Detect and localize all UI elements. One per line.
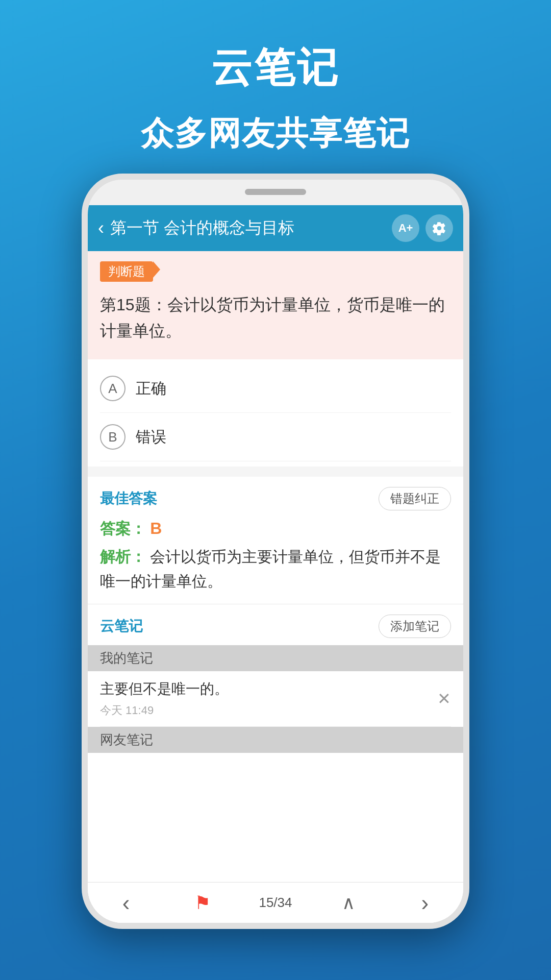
best-answer-label: 最佳答案	[100, 489, 157, 508]
up-icon: ∧	[342, 892, 355, 914]
app-subtitle: 众多网友共享笔记	[0, 111, 551, 156]
option-b-text: 错误	[136, 427, 166, 448]
friend-notes-header: 网友笔记	[88, 727, 463, 753]
phone-frame: ‹ 第一节 会计的概念与目标 A+ 判断题 第15题：会计以货币为计量单位，货币…	[82, 174, 469, 929]
flag-icon: ⚑	[194, 892, 211, 914]
option-a[interactable]: A 正确	[100, 364, 451, 413]
font-size-button[interactable]: A+	[392, 214, 419, 242]
settings-button[interactable]	[425, 214, 453, 242]
prev-button[interactable]: ‹	[106, 888, 146, 918]
option-b[interactable]: B 错误	[100, 413, 451, 461]
my-note-item: 主要但不是唯一的。 今天 11:49 ✕	[100, 671, 451, 727]
answer-value: B	[150, 519, 162, 537]
answer-line: 答案： B	[100, 519, 451, 540]
answer-section: 最佳答案 错题纠正 答案： B 解析： 会计以货币为主要计量单位，但货币并不是唯…	[88, 477, 463, 604]
phone-screen: ‹ 第一节 会计的概念与目标 A+ 判断题 第15题：会计以货币为计量单位，货币…	[88, 205, 463, 923]
error-correct-button[interactable]: 错题纠正	[379, 487, 451, 510]
option-b-circle: B	[100, 424, 126, 450]
gear-icon	[432, 221, 446, 235]
top-section: 云笔记 众多网友共享笔记	[0, 0, 551, 176]
my-note-time: 今天 11:49	[100, 703, 451, 718]
question-tag: 判断题	[100, 261, 153, 282]
answer-label: 答案：	[100, 520, 146, 537]
next-button[interactable]: ›	[405, 888, 445, 918]
add-note-button[interactable]: 添加笔记	[379, 615, 451, 638]
header-title: 第一节 会计的概念与目标	[110, 217, 392, 239]
note-delete-button[interactable]: ✕	[437, 689, 451, 708]
question-area: 判断题 第15题：会计以货币为计量单位，货币是唯一的计量单位。	[88, 251, 463, 359]
spacer	[88, 467, 463, 477]
notes-header: 云笔记 添加笔记	[100, 615, 451, 638]
option-a-circle: A	[100, 376, 126, 401]
phone-speaker	[245, 189, 306, 195]
answer-section-header: 最佳答案 错题纠正	[100, 487, 451, 510]
analysis-content: 会计以货币为主要计量单位，但货币并不是唯一的计量单位。	[100, 548, 441, 590]
analysis-label: 解析：	[100, 548, 146, 565]
flag-button[interactable]: ⚑	[182, 888, 223, 918]
next-icon: ›	[421, 890, 429, 916]
options-area: A 正确 B 错误	[88, 359, 463, 467]
page-indicator: 15/34	[259, 895, 292, 911]
notes-section: 云笔记 添加笔记 我的笔记 主要但不是唯一的。 今天 11:49 ✕ 网友笔记	[88, 604, 463, 763]
back-button[interactable]: ‹	[98, 217, 104, 239]
bottom-nav-bar: ‹ ⚑ 15/34 ∧ ›	[88, 882, 463, 923]
my-note-content: 主要但不是唯一的。	[100, 679, 451, 699]
option-a-text: 正确	[136, 378, 166, 399]
my-notes-header: 我的笔记	[88, 645, 463, 671]
up-button[interactable]: ∧	[328, 888, 369, 918]
notes-label: 云笔记	[100, 617, 143, 636]
analysis-text: 解析： 会计以货币为主要计量单位，但货币并不是唯一的计量单位。	[100, 545, 451, 594]
prev-icon: ‹	[122, 890, 130, 916]
app-title: 云笔记	[0, 41, 551, 96]
question-text: 第15题：会计以货币为计量单位，货币是唯一的计量单位。	[100, 292, 451, 344]
header-bar: ‹ 第一节 会计的概念与目标 A+	[88, 205, 463, 251]
header-icons: A+	[392, 214, 453, 242]
